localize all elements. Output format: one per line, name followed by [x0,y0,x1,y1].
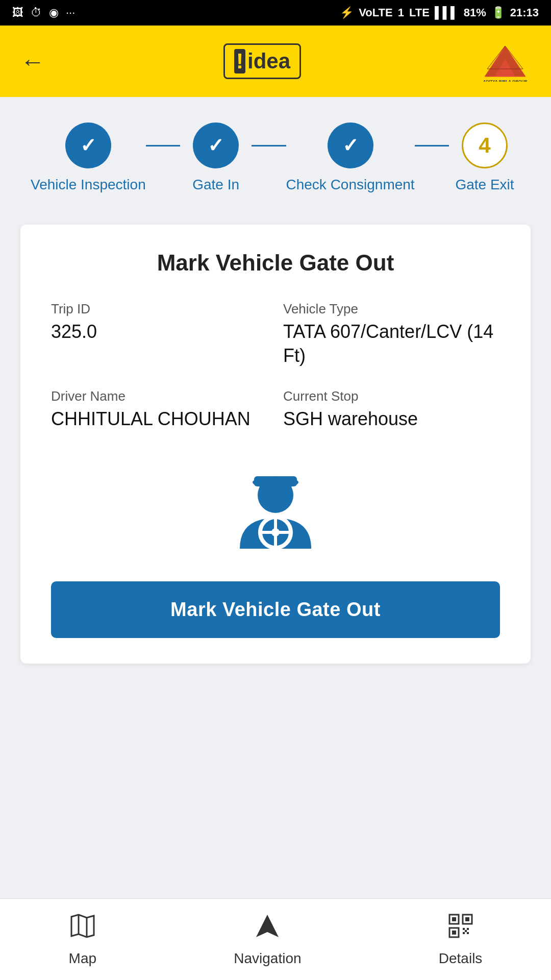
bluetooth-icon: ⚡ [340,6,354,19]
svg-rect-21 [463,928,465,930]
svg-text:ADITYA BIRLA GROUP: ADITYA BIRLA GROUP [483,79,528,82]
mark-gate-out-button[interactable]: Mark Vehicle Gate Out [51,581,500,638]
time: 21:13 [510,6,539,19]
vehicle-type-value: TATA 607/Canter/LCV (14 Ft) [283,320,500,368]
battery-icon: 🔋 [491,6,505,19]
battery-percent: 81% [464,6,486,19]
main-card: Mark Vehicle Gate Out Trip ID 325.0 Vehi… [20,225,531,663]
trip-id-field: Trip ID 325.0 [51,301,268,368]
vehicle-type-label: Vehicle Type [283,301,500,317]
back-button[interactable]: ← [20,47,45,76]
svg-rect-22 [467,928,469,930]
svg-point-11 [271,528,280,536]
step-2: ✓ Gate In [180,122,252,194]
nav-details-label: Details [439,950,483,967]
steps-progress: ✓ Vehicle Inspection ✓ Gate In ✓ Check C… [0,97,551,214]
more-icon: ··· [66,6,75,19]
svg-rect-16 [452,917,456,921]
driver-name-field: Driver Name CHHITULAL CHOUHAN [51,388,268,431]
lte-icon: LTE [409,6,430,19]
connector-2-3 [252,145,286,146]
svg-rect-23 [463,932,465,934]
driver-icon-container [51,452,500,556]
trip-id-label: Trip ID [51,301,268,317]
exclamation: ! [234,49,245,74]
info-grid: Trip ID 325.0 Vehicle Type TATA 607/Cant… [51,301,500,431]
header: ← !idea ADITYA BIRLA GROUP [0,26,551,97]
step-3-label: Check Consignment [286,176,415,194]
current-stop-value: SGH warehouse [283,407,500,431]
map-icon [69,913,96,945]
driver-icon [224,452,327,556]
card-title: Mark Vehicle Gate Out [51,250,500,276]
step-4-circle: 4 [462,122,508,168]
signal-bars: ▌▌▌ [435,6,459,19]
connector-3-4 [415,145,449,146]
driver-name-label: Driver Name [51,388,268,404]
svg-marker-14 [256,915,279,937]
connector-1-2 [146,145,180,146]
svg-rect-18 [465,917,469,921]
status-icon-3: ◉ [49,6,59,19]
step-4: 4 Gate Exit [449,122,520,194]
nav-item-details[interactable]: Details [439,913,483,967]
signal-text: VoLTE [359,6,392,19]
svg-rect-20 [452,930,456,935]
nav-map-label: Map [69,950,96,967]
nav-item-navigation[interactable]: Navigation [234,913,301,967]
svg-rect-24 [467,932,469,934]
step-3-circle: ✓ [328,122,373,168]
idea-logo: !idea [223,43,301,79]
step-1: ✓ Vehicle Inspection [31,122,146,194]
step-1-circle: ✓ [65,122,111,168]
current-stop-label: Current Stop [283,388,500,404]
step-2-circle: ✓ [193,122,239,168]
svg-rect-25 [465,930,467,932]
aditya-birla-logo: ADITYA BIRLA GROUP [480,41,531,82]
status-icon-2: ⏱ [31,6,42,19]
nav-item-map[interactable]: Map [69,913,96,967]
qr-icon [447,913,474,945]
trip-id-value: 325.0 [51,320,268,344]
step-1-label: Vehicle Inspection [31,176,146,194]
status-icons: 🖼 ⏱ ◉ ··· [12,6,75,19]
step-4-label: Gate Exit [455,176,514,194]
nav-navigation-label: Navigation [234,950,301,967]
status-bar: 🖼 ⏱ ◉ ··· ⚡ VoLTE 1 LTE ▌▌▌ 81% 🔋 21:13 [0,0,551,26]
sim-icon: 1 [398,6,404,19]
status-right: ⚡ VoLTE 1 LTE ▌▌▌ 81% 🔋 21:13 [340,6,539,19]
vehicle-type-field: Vehicle Type TATA 607/Canter/LCV (14 Ft) [283,301,500,368]
svg-point-7 [258,477,293,513]
step-2-label: Gate In [192,176,239,194]
bottom-navigation: Map Navigation [0,898,551,980]
image-icon: 🖼 [12,6,23,19]
current-stop-field: Current Stop SGH warehouse [283,388,500,431]
driver-name-value: CHHITULAL CHOUHAN [51,407,268,431]
navigation-icon [254,913,281,945]
step-3: ✓ Check Consignment [286,122,415,194]
